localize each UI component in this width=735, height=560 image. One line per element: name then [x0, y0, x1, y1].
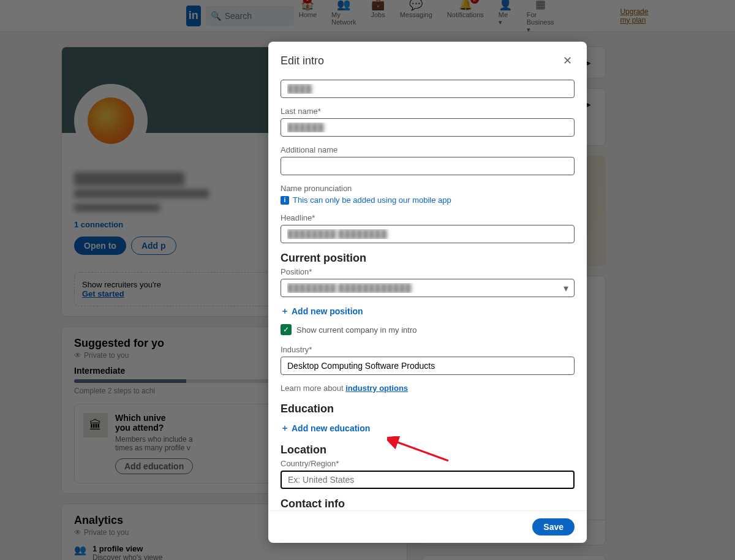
show-company-label: Show current company in my intro — [296, 325, 417, 335]
show-company-checkbox[interactable]: ✓ Show current company in my intro — [281, 324, 575, 335]
plus-icon: ＋ — [281, 423, 289, 434]
additional-name-input[interactable] — [281, 157, 575, 175]
add-position-link[interactable]: ＋Add new position — [281, 306, 575, 317]
info-icon: i — [281, 196, 289, 205]
industry-label: Industry* — [281, 345, 575, 354]
modal-title: Edit intro — [281, 55, 324, 67]
pronunciation-label: Name pronunciation — [281, 184, 575, 193]
checkbox-checked-icon: ✓ — [281, 324, 292, 335]
learn-more-prefix: Learn more about — [281, 384, 345, 393]
last-name-input[interactable] — [281, 118, 575, 137]
add-education-text: Add new education — [292, 423, 370, 433]
contact-heading: Contact info — [281, 498, 575, 510]
close-icon[interactable]: ✕ — [560, 51, 575, 70]
plus-icon: ＋ — [281, 306, 289, 317]
last-name-label: Last name* — [281, 107, 575, 116]
country-label: Country/Region* — [281, 459, 575, 468]
industry-options-link[interactable]: industry options — [345, 384, 408, 393]
current-position-heading: Current position — [281, 252, 575, 265]
pronunciation-info: This can only be added using our mobile … — [293, 195, 451, 205]
add-education-link[interactable]: ＋Add new education — [281, 423, 575, 434]
education-heading: Education — [281, 403, 575, 415]
country-input[interactable] — [281, 471, 575, 489]
additional-name-label: Additional name — [281, 145, 575, 154]
headline-input[interactable] — [281, 225, 575, 243]
headline-label: Headline* — [281, 213, 575, 222]
edit-intro-modal: Edit intro ✕ Last name* Additional name … — [268, 42, 587, 543]
position-label: Position* — [281, 267, 575, 276]
first-name-input[interactable] — [281, 80, 575, 98]
location-heading: Location — [281, 444, 575, 456]
save-button[interactable]: Save — [532, 518, 575, 535]
position-select[interactable] — [281, 279, 575, 297]
add-position-text: Add new position — [292, 306, 363, 316]
industry-input[interactable] — [281, 357, 575, 375]
